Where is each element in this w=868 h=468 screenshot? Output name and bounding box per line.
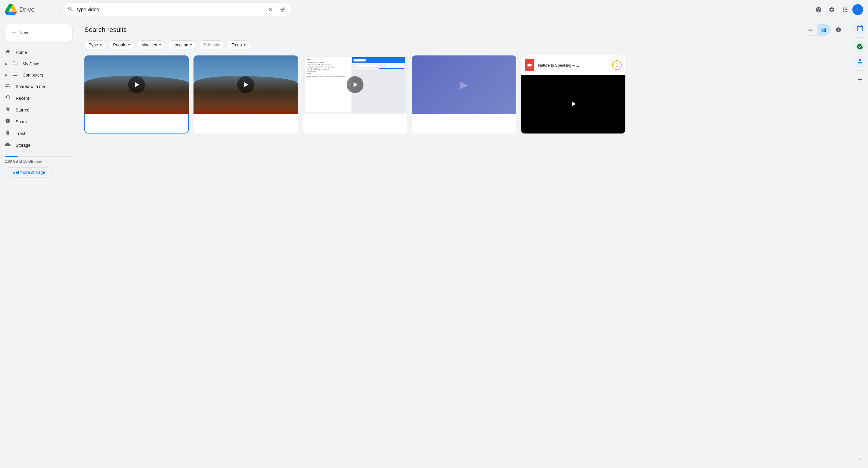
- grid-view-button[interactable]: [817, 24, 830, 35]
- new-plus-icon: +: [12, 29, 16, 37]
- play-button-2[interactable]: [237, 76, 254, 93]
- video-thumbnail-1: [84, 56, 189, 114]
- storage-usage-text: 2.89 GB of 15 GB used: [5, 159, 72, 164]
- sidebar-divider-2: [856, 70, 864, 70]
- storage-bar-fill: [5, 156, 18, 157]
- new-button[interactable]: + New: [5, 24, 72, 41]
- filter-bar: Type ▾ People ▾ Modified ▾ Location ▾ Ti…: [84, 40, 844, 50]
- nature-video-menu-button[interactable]: [612, 60, 622, 70]
- list-view-button[interactable]: [804, 24, 817, 35]
- right-add-button[interactable]: [853, 73, 867, 86]
- trash-icon: [5, 130, 11, 137]
- storage-label: Storage: [16, 143, 30, 148]
- filter-title-only-label: Title only: [204, 42, 220, 47]
- filter-title-only[interactable]: Title only: [199, 40, 225, 50]
- video-thumbnail-3: Content • function of the JS Method • In…: [303, 56, 407, 114]
- computers-icon: [12, 72, 18, 78]
- topbar: Drive L: [0, 0, 868, 19]
- search-icon: [67, 6, 73, 13]
- logo-area: Drive: [5, 4, 59, 16]
- video-card-nature[interactable]: Nature Is Speaking – ...: [521, 56, 625, 133]
- trash-label: Trash: [16, 131, 26, 136]
- sidebar-item-storage[interactable]: Storage: [0, 139, 72, 151]
- video-card-3[interactable]: Content • function of the JS Method • In…: [303, 56, 407, 133]
- settings-button[interactable]: [826, 4, 838, 16]
- right-sidebar: [851, 19, 868, 468]
- video-card-4[interactable]: ▶: [412, 56, 516, 133]
- starred-label: Starred: [16, 107, 30, 113]
- filter-todo[interactable]: To do ▾: [227, 40, 250, 50]
- filter-todo-arrow: ▾: [244, 43, 246, 47]
- storage-bar-background: [5, 156, 72, 157]
- help-button[interactable]: [812, 4, 825, 16]
- filter-location-arrow: ▾: [190, 43, 192, 47]
- partial-image: ▶: [412, 56, 516, 114]
- filter-todo-label: To do: [231, 42, 242, 47]
- nature-video-title: Nature Is Speaking – ...: [538, 63, 609, 67]
- play-button-3[interactable]: [347, 76, 364, 93]
- filter-people-label: People: [113, 42, 126, 47]
- filter-people[interactable]: People ▾: [108, 40, 134, 50]
- my-drive-expand-icon: ▶: [5, 62, 7, 66]
- my-drive-label: My Drive: [23, 61, 39, 66]
- play-button-1[interactable]: [128, 76, 145, 93]
- apps-button[interactable]: [839, 4, 851, 16]
- info-button[interactable]: [833, 24, 844, 35]
- sidebar-item-shared[interactable]: Shared with me: [0, 81, 72, 92]
- sidebar-item-trash[interactable]: Trash: [0, 127, 72, 139]
- computers-expand-icon: ▶: [5, 73, 7, 77]
- filter-type[interactable]: Type ▾: [84, 40, 106, 50]
- right-bottom-chevron[interactable]: [853, 452, 867, 466]
- nature-video-info: Nature Is Speaking – ...: [521, 56, 625, 75]
- get-more-storage-button[interactable]: Get more storage: [5, 167, 53, 178]
- video-card-1[interactable]: [84, 56, 189, 133]
- my-drive-icon: [12, 61, 18, 67]
- sidebar-item-recent[interactable]: Recent: [0, 92, 72, 104]
- starred-icon: [5, 106, 11, 113]
- search-filter-button[interactable]: [278, 5, 287, 14]
- search-input[interactable]: [77, 7, 263, 12]
- search-clear-button[interactable]: [267, 5, 275, 14]
- sidebar-item-my-drive[interactable]: ▶ My Drive: [0, 58, 72, 69]
- app-name: Drive: [19, 6, 35, 13]
- content-area: Search results Type ▾: [77, 19, 851, 468]
- search-bar: [63, 3, 292, 17]
- video-thumbnail-4: ▶: [412, 56, 516, 114]
- computers-label: Computers: [23, 73, 43, 77]
- sidebar-item-spam[interactable]: Spam: [0, 116, 72, 127]
- view-controls: [804, 24, 844, 36]
- calendar-button[interactable]: [853, 22, 867, 35]
- spam-icon: [5, 118, 11, 125]
- video-card-2[interactable]: [193, 56, 298, 133]
- filter-type-label: Type: [89, 42, 98, 47]
- filter-modified[interactable]: Modified ▾: [137, 40, 165, 50]
- sidebar-item-home[interactable]: Home: [0, 46, 72, 58]
- video-grid: Content • function of the JS Method • In…: [84, 56, 844, 133]
- sidebar-divider-1: [856, 37, 864, 38]
- shared-label: Shared with me: [16, 84, 45, 89]
- sidebar-item-starred[interactable]: Starred: [0, 104, 72, 116]
- sidebar: + New Home ▶ My Drive ▶ Computers: [0, 19, 77, 468]
- recent-label: Recent: [16, 96, 29, 101]
- drive-logo-icon: [5, 4, 17, 16]
- sidebar-item-computers[interactable]: ▶ Computers: [0, 69, 72, 81]
- view-toggle-group: [804, 24, 831, 36]
- nature-video-file-icon: [525, 59, 534, 71]
- nature-play-button[interactable]: [565, 96, 582, 113]
- topbar-actions: L: [812, 4, 863, 16]
- content-header: Search results: [84, 24, 844, 36]
- filter-location[interactable]: Location ▾: [168, 40, 196, 50]
- nature-video-thumbnail: [521, 75, 625, 133]
- filter-people-arrow: ▾: [128, 43, 130, 47]
- main-layout: + New Home ▶ My Drive ▶ Computers: [0, 19, 868, 468]
- avatar[interactable]: L: [852, 4, 863, 15]
- storage-icon: [5, 142, 11, 149]
- tasks-button[interactable]: [853, 40, 867, 53]
- filter-modified-arrow: ▾: [159, 43, 161, 47]
- filter-type-arrow: ▾: [100, 43, 101, 47]
- contacts-button[interactable]: [853, 55, 867, 68]
- storage-section: 2.89 GB of 15 GB used Get more storage: [0, 151, 77, 180]
- home-label: Home: [16, 50, 27, 55]
- new-button-label: New: [20, 30, 28, 35]
- home-icon: [5, 49, 11, 56]
